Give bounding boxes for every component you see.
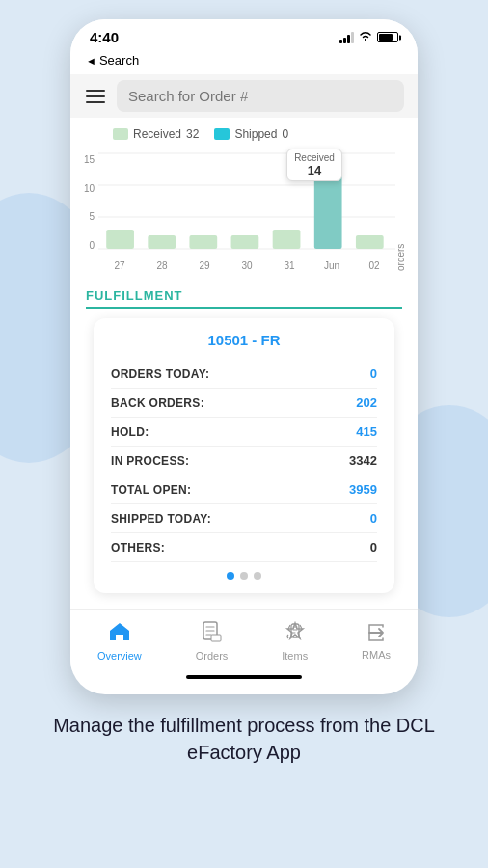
row-label-in-process: IN PROCESS:: [111, 454, 189, 468]
row-label-back-orders: BACK ORDERS:: [111, 396, 204, 410]
row-label-orders-today: ORDERS TODAY:: [111, 367, 209, 381]
chart-svg: [98, 149, 395, 255]
table-row: ORDERS TODAY: 0: [111, 360, 377, 389]
nav-label-rmas: RMAs: [362, 649, 391, 661]
svg-point-0: [365, 39, 366, 41]
items-icon: [285, 621, 306, 648]
row-value-shipped-today: 0: [370, 511, 377, 526]
fulfillment-section: FULFILLMENT 10501 - FR ORDERS TODAY: 0 B…: [70, 279, 418, 599]
legend-received-label: Received: [133, 127, 181, 141]
row-value-orders-today: 0: [370, 366, 377, 381]
svg-rect-6: [148, 235, 176, 249]
nav-label-orders: Orders: [196, 650, 229, 662]
y-axis: 15 10 5 0: [84, 154, 98, 251]
legend-shipped-value: 0: [282, 127, 288, 141]
nav-item-overview[interactable]: Overview: [86, 617, 153, 665]
y-axis-label: orders: [395, 149, 406, 271]
svg-rect-8: [231, 235, 259, 249]
x-axis: 27 28 29 30 31 Jun 02: [98, 258, 395, 271]
orders-icon: [202, 621, 223, 648]
fulfillment-card: 10501 - FR ORDERS TODAY: 0 BACK ORDERS: …: [94, 318, 394, 593]
chart-container: Received 14 27 28 29 30 31 Jun 02: [98, 149, 395, 271]
chart-area: Received 32 Shipped 0 15 10 5 0: [70, 118, 418, 279]
wifi-icon: [359, 30, 372, 44]
svg-rect-5: [106, 230, 134, 249]
svg-rect-13: [211, 635, 221, 641]
phone-frame: 4:40 Search: [70, 19, 418, 694]
back-label[interactable]: Search: [86, 53, 139, 68]
nav-item-rmas[interactable]: RMAs: [350, 618, 402, 665]
fulfillment-title: FULFILLMENT: [86, 288, 402, 309]
bottom-nav: Overview Orders: [70, 609, 418, 671]
status-bar: 4:40: [70, 19, 418, 49]
table-row: TOTAL OPEN: 3959: [111, 475, 377, 504]
dot-1[interactable]: [227, 572, 234, 580]
row-value-total-open: 3959: [349, 482, 377, 497]
status-icons: [339, 30, 398, 44]
table-row: OTHERS: 0: [111, 533, 377, 562]
search-bar-container: [70, 74, 418, 118]
row-label-others: OTHERS:: [111, 541, 165, 555]
chart-legend: Received 32 Shipped 0: [84, 127, 404, 141]
nav-label-items: Items: [282, 650, 308, 662]
table-row: SHIPPED TODAY: 0: [111, 504, 377, 533]
dot-2[interactable]: [240, 572, 248, 580]
hamburger-button[interactable]: [84, 88, 107, 105]
row-label-shipped-today: SHIPPED TODAY:: [111, 512, 211, 526]
svg-rect-11: [356, 235, 384, 249]
legend-received-value: 32: [186, 127, 199, 141]
chart-tooltip: Received 14: [286, 149, 342, 181]
tooltip-value: 14: [294, 163, 335, 177]
battery-icon: [377, 32, 398, 42]
row-label-hold: HOLD:: [111, 425, 149, 439]
table-row: BACK ORDERS: 202: [111, 389, 377, 418]
card-title: 10501 - FR: [111, 332, 377, 348]
nav-back[interactable]: Search: [70, 49, 418, 74]
row-value-in-process: 3342: [349, 453, 377, 468]
status-time: 4:40: [90, 29, 119, 45]
legend-shipped-label: Shipped: [234, 127, 277, 141]
nav-item-orders[interactable]: Orders: [184, 617, 240, 665]
row-value-others: 0: [370, 540, 377, 555]
table-row: IN PROCESS: 3342: [111, 447, 377, 475]
nav-label-overview: Overview: [97, 650, 142, 662]
legend-received: Received 32: [113, 127, 199, 141]
tooltip-label: Received: [294, 152, 335, 163]
row-value-back-orders: 202: [356, 395, 377, 410]
legend-shipped: Shipped 0: [214, 127, 288, 141]
home-indicator: [186, 675, 302, 679]
home-icon: [108, 621, 131, 648]
row-value-hold: 415: [356, 424, 377, 439]
card-pagination-dots: [111, 572, 377, 580]
svg-rect-9: [273, 230, 301, 249]
nav-item-items[interactable]: Items: [270, 617, 319, 665]
svg-rect-7: [190, 235, 218, 249]
row-label-total-open: TOTAL OPEN:: [111, 483, 191, 497]
search-input[interactable]: [117, 80, 404, 112]
signal-icon: [339, 32, 354, 43]
table-row: HOLD: 415: [111, 418, 377, 447]
dot-3[interactable]: [254, 572, 261, 580]
bottom-tagline: Manage the fulfillment process from the …: [0, 694, 488, 785]
rmas-icon: [366, 622, 387, 647]
